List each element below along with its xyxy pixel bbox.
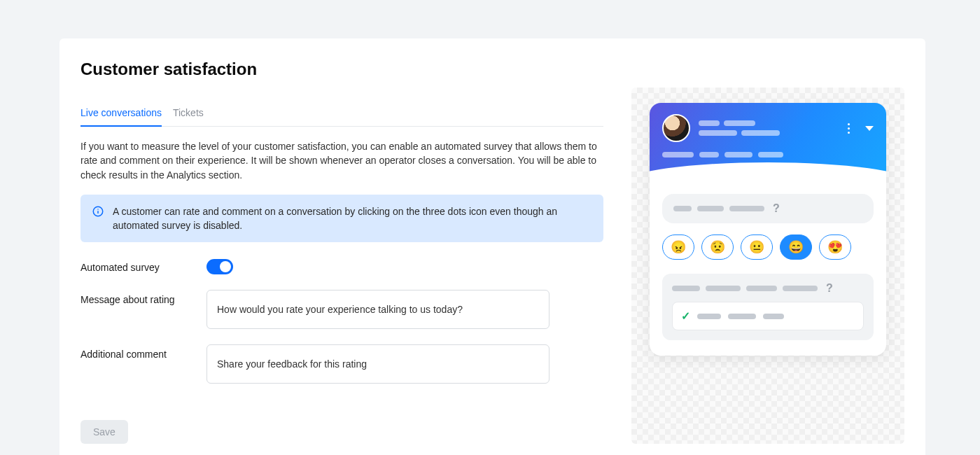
rating-sad[interactable]: 😟 [701,234,734,260]
survey-preview: ? 😠 😟 😐 😄 😍 ? ✓ [631,88,904,444]
save-button[interactable]: Save [80,420,128,444]
chevron-down-icon[interactable] [865,126,874,131]
tab-live-conversations[interactable]: Live conversations [80,102,162,127]
tab-tickets[interactable]: Tickets [173,102,204,127]
comment-prompt-placeholder: ? [672,282,864,295]
more-menu-icon[interactable] [848,123,850,134]
rating-happy[interactable]: 😄 [780,234,812,260]
header-text-placeholder [699,120,780,136]
intro-text: If you want to measure the level of your… [80,139,603,182]
row-automated-survey: Automated survey [80,258,603,274]
row-additional-comment: Additional comment [80,344,603,384]
rating-love[interactable]: 😍 [819,234,851,260]
automated-survey-toggle[interactable] [206,259,233,274]
rating-angry[interactable]: 😠 [662,234,694,260]
avatar [662,114,690,142]
info-text: A customer can rate and comment on a con… [113,204,592,233]
message-rating-input[interactable] [206,290,550,329]
additional-comment-input[interactable] [206,344,550,384]
svg-point-2 [97,209,99,210]
chat-widget-preview: ? 😠 😟 😐 😄 😍 ? ✓ [650,103,886,356]
label-automated-survey: Automated survey [80,258,206,273]
widget-body: ? 😠 😟 😐 😄 😍 ? ✓ [650,181,886,356]
settings-form: Customer satisfaction Live conversations… [80,59,631,444]
rating-neutral[interactable]: 😐 [741,234,773,260]
label-additional-comment: Additional comment [80,344,206,360]
check-icon: ✓ [681,309,690,323]
header-subline-placeholder [662,152,874,158]
rating-emoji-row: 😠 😟 😐 😄 😍 [662,234,874,260]
label-message-rating: Message about rating [80,290,206,305]
tabs: Live conversations Tickets [80,102,603,127]
settings-panel: Customer satisfaction Live conversations… [59,38,925,455]
rating-question-bubble: ? [662,194,874,223]
info-icon [92,205,104,218]
question-mark-2: ? [826,282,833,295]
info-box: A customer can rate and comment on a con… [80,195,603,243]
row-message-rating: Message about rating [80,290,603,329]
question-mark: ? [773,202,780,215]
comment-input-preview[interactable]: ✓ [672,302,864,330]
page-title: Customer satisfaction [80,59,603,79]
widget-header [650,103,886,181]
comment-card: ? ✓ [662,274,874,340]
